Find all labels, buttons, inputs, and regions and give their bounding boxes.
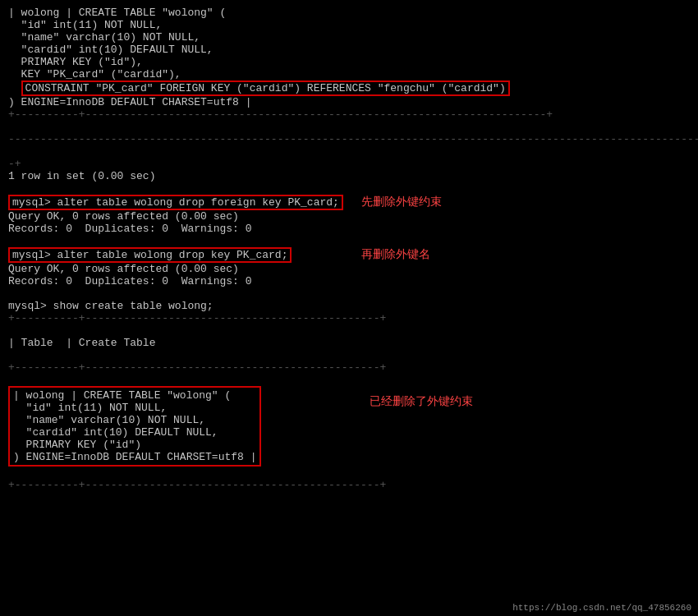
final-line-3: "name" varchar(10) NOT NULL, bbox=[13, 414, 256, 426]
cmd-show: mysql> show create table wolong; bbox=[8, 300, 690, 312]
comment-deleted: 已经删除了外键约束 bbox=[370, 394, 473, 409]
cmd-drop-fk-box: mysql> alter table wolong drop foreign k… bbox=[8, 195, 343, 210]
empty-1 bbox=[8, 121, 690, 133]
divider-4: +----------+----------------------------… bbox=[8, 312, 690, 324]
query-ok-2: Query OK, 0 rows affected (0.00 sec) bbox=[8, 263, 690, 275]
empty-7 bbox=[8, 349, 690, 361]
constraint-highlight-box: CONSTRAINT "PK_card" FOREIGN KEY ("cardi… bbox=[21, 80, 510, 96]
cmd-drop-key-container: mysql> alter table wolong drop key PK_ca… bbox=[8, 247, 690, 263]
line-3: "name" varchar(10) NOT NULL, bbox=[8, 31, 690, 44]
divider-3: -+ bbox=[8, 158, 690, 170]
empty-5 bbox=[8, 287, 690, 300]
empty-6 bbox=[8, 324, 690, 337]
cmd-drop-fk: mysql> alter table wolong drop foreign k… bbox=[8, 195, 690, 210]
empty-9 bbox=[8, 467, 690, 479]
comment-drop-key: 再删除外键名 bbox=[361, 247, 430, 262]
line-6: KEY "PK_card" ("cardid"), bbox=[8, 68, 690, 80]
final-line-4: "cardid" int(10) DEFAULT NULL, bbox=[13, 426, 256, 439]
divider-5: +----------+----------------------------… bbox=[8, 361, 690, 374]
empty-3 bbox=[8, 182, 690, 195]
cmd-drop-key: mysql> alter table wolong drop key PK_ca… bbox=[8, 247, 690, 263]
final-line-6: ) ENGINE=InnoDB DEFAULT CHARSET=utf8 | bbox=[13, 451, 256, 463]
final-line-5: PRIMARY KEY ("id") bbox=[13, 439, 256, 451]
line-8: ) ENGINE=InnoDB DEFAULT CHARSET=utf8 | bbox=[8, 96, 690, 108]
divider-6: +----------+----------------------------… bbox=[8, 479, 690, 491]
constraint-line: CONSTRAINT "PK_card" FOREIGN KEY ("cardi… bbox=[8, 80, 690, 96]
empty-2 bbox=[8, 145, 690, 158]
cmd-drop-key-box: mysql> alter table wolong drop key PK_ca… bbox=[8, 247, 292, 263]
line-1: | wolong | CREATE TABLE "wolong" ( bbox=[8, 7, 690, 19]
empty-8 bbox=[8, 374, 690, 386]
line-4: "cardid" int(10) DEFAULT NULL, bbox=[8, 44, 690, 56]
line-2: "id" int(11) NOT NULL, bbox=[8, 19, 690, 31]
row-count: 1 row in set (0.00 sec) bbox=[8, 170, 690, 182]
empty-4 bbox=[8, 235, 690, 247]
final-line-2: "id" int(11) NOT NULL, bbox=[13, 402, 256, 414]
final-line-1: | wolong | CREATE TABLE "wolong" ( bbox=[13, 389, 256, 402]
final-block-container: | wolong | CREATE TABLE "wolong" ( "id" … bbox=[8, 386, 261, 467]
divider-2: ----------------------------------------… bbox=[8, 133, 690, 145]
line-5: PRIMARY KEY ("id"), bbox=[8, 56, 690, 68]
final-highlight-box: | wolong | CREATE TABLE "wolong" ( "id" … bbox=[8, 386, 261, 467]
records-1: Records: 0 Duplicates: 0 Warnings: 0 bbox=[8, 223, 690, 235]
terminal: | wolong | CREATE TABLE "wolong" ( "id" … bbox=[0, 0, 698, 616]
query-ok-1: Query OK, 0 rows affected (0.00 sec) bbox=[8, 210, 690, 223]
url-watermark: https://blog.csdn.net/qq_47856260 bbox=[512, 603, 691, 613]
comment-drop-fk: 先删除外键约束 bbox=[361, 195, 442, 209]
table-header: | Table | Create Table bbox=[8, 337, 690, 349]
cmd-drop-fk-container: mysql> alter table wolong drop foreign k… bbox=[8, 195, 690, 210]
records-2: Records: 0 Duplicates: 0 Warnings: 0 bbox=[8, 275, 690, 287]
divider-1: +----------+----------------------------… bbox=[8, 108, 690, 121]
